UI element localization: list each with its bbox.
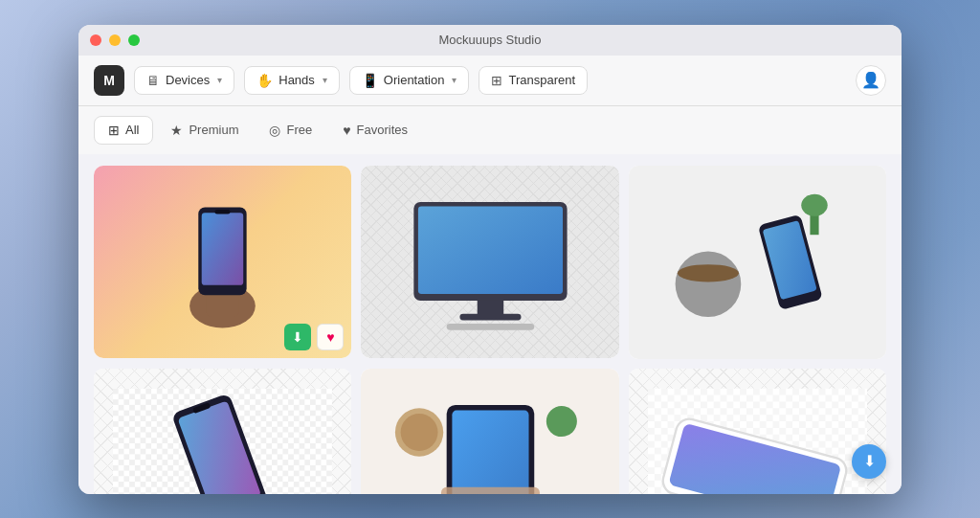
- monitor-icon: 🖥: [146, 73, 160, 88]
- grid-item[interactable]: ⬇ ♥: [361, 166, 618, 359]
- svg-rect-8: [459, 313, 521, 320]
- filter-premium-button[interactable]: ★ Premium: [157, 116, 252, 145]
- favorite-button[interactable]: ♥: [585, 324, 612, 350]
- grid-icon: ⊞: [108, 123, 120, 138]
- filter-free-button[interactable]: ◎ Free: [256, 116, 325, 145]
- devices-label: Devices: [166, 73, 210, 87]
- filter-favorites-label: Favorites: [357, 123, 408, 137]
- phone-coffee-mockup: [648, 180, 867, 345]
- item-image: [361, 369, 618, 494]
- filter-bar: ⊞ All ★ Premium ◎ Free ♥ Favorites: [78, 106, 902, 154]
- filter-all-button[interactable]: ⊞ All: [94, 116, 153, 145]
- filter-free-label: Free: [286, 123, 312, 137]
- devices-dropdown[interactable]: 🖥 Devices ▾: [134, 66, 234, 95]
- transparent-icon: ⊞: [491, 73, 502, 88]
- user-icon: 👤: [861, 71, 880, 89]
- hands-dropdown[interactable]: ✋ Hands ▾: [244, 66, 340, 95]
- minimize-button[interactable]: [109, 34, 121, 46]
- chevron-down-icon: ▾: [217, 75, 222, 85]
- profile-button[interactable]: 👤: [856, 65, 886, 96]
- svg-point-26: [546, 406, 576, 437]
- chevron-down-icon: ▾: [452, 75, 457, 85]
- svg-point-25: [400, 414, 437, 451]
- title-bar: Mockuuups Studio: [78, 25, 902, 56]
- filter-premium-label: Premium: [189, 123, 238, 137]
- grid-item[interactable]: ⬇ ♥: [629, 369, 886, 494]
- svg-point-10: [675, 251, 741, 317]
- grid-item[interactable]: ⬇ ♥: [361, 369, 618, 494]
- hand-icon: ✋: [256, 73, 273, 88]
- filter-all-label: All: [125, 123, 139, 137]
- logo-button[interactable]: M: [94, 65, 124, 96]
- grid-item[interactable]: ⬇ ♥: [94, 369, 351, 494]
- download-button[interactable]: ⬇: [284, 324, 311, 350]
- monitor-mockup: [381, 180, 600, 345]
- window-title: Mockuuups Studio: [439, 33, 542, 47]
- download-icon: ⬇: [863, 452, 876, 470]
- item-actions: ⬇ ♥: [284, 324, 344, 350]
- heart-icon: ♥: [343, 123, 350, 138]
- item-image: [94, 369, 351, 494]
- svg-rect-9: [446, 324, 534, 330]
- orientation-label: Orientation: [384, 73, 445, 87]
- favorite-button[interactable]: ♥: [317, 324, 344, 350]
- svg-rect-6: [417, 206, 562, 294]
- chevron-down-icon: ▾: [323, 75, 327, 85]
- mockup-grid: ⬇ ♥: [94, 166, 886, 494]
- phone-icon: 📱: [362, 73, 378, 88]
- svg-point-13: [801, 194, 827, 216]
- app-window: Mockuuups Studio M 🖥 Devices ▾ ✋ Hands ▾…: [78, 25, 902, 494]
- item-image: [629, 369, 886, 494]
- white-phone-mockup: [648, 383, 867, 494]
- scroll-down-button[interactable]: ⬇: [852, 444, 886, 479]
- transparent-dropdown[interactable]: ⊞ Transparent: [479, 66, 588, 95]
- svg-rect-15: [763, 220, 817, 300]
- grid-content: ⬇ ♥: [78, 154, 902, 494]
- close-button[interactable]: [90, 34, 101, 46]
- filter-favorites-button[interactable]: ♥ Favorites: [329, 116, 421, 145]
- orientation-dropdown[interactable]: 📱 Orientation ▾: [349, 66, 470, 95]
- star-icon: ★: [170, 123, 183, 138]
- svg-rect-31: [440, 486, 539, 493]
- svg-rect-30: [452, 410, 528, 493]
- hand-phone-mockup: [113, 180, 332, 345]
- svg-rect-3: [202, 213, 243, 285]
- grid-item[interactable]: ⬇ ♥: [94, 166, 351, 359]
- transparent-label: Transparent: [508, 73, 575, 87]
- toolbar: M 🖥 Devices ▾ ✋ Hands ▾ 📱 Orientation ▾ …: [78, 56, 902, 106]
- hands-label: Hands: [278, 73, 315, 87]
- tilted-phone-mockup: [113, 383, 332, 494]
- circle-icon: ◎: [269, 123, 280, 138]
- tablet-hand-mockup: [381, 383, 600, 494]
- svg-rect-4: [215, 210, 231, 214]
- maximize-button[interactable]: [128, 34, 140, 46]
- svg-point-11: [678, 264, 739, 282]
- svg-rect-7: [477, 301, 502, 316]
- grid-item[interactable]: ⬇ ♥: [629, 166, 886, 359]
- download-button[interactable]: ⬇: [819, 325, 846, 351]
- favorite-button[interactable]: ♥: [852, 325, 879, 351]
- download-button[interactable]: ⬇: [552, 324, 579, 350]
- traffic-lights: [90, 34, 140, 46]
